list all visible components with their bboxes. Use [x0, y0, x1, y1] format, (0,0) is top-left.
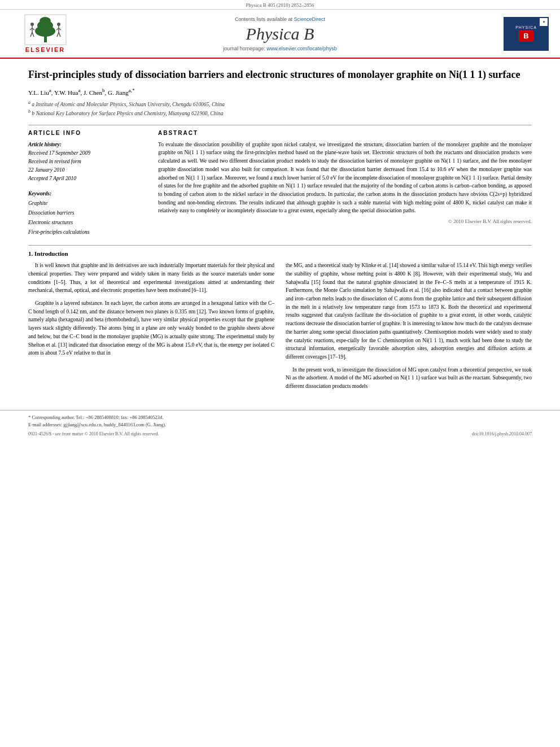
keywords-block: Keywords: Graphite Dissociation barriers… — [28, 189, 147, 237]
elsevier-logo-block: ELSEVIER — [11, 14, 79, 53]
svg-point-11 — [57, 23, 60, 26]
intro-body: It is well known that graphite and its d… — [28, 261, 532, 395]
main-content: First-principles study of dissociation b… — [0, 59, 560, 404]
svg-point-5 — [30, 23, 34, 26]
abstract-header: ABSTRACT — [158, 130, 532, 136]
divider-1 — [28, 125, 532, 125]
affiliation-2: b b National Key Laboratory for Surface … — [28, 108, 532, 117]
intro-col-left: It is well known that graphite and its d… — [28, 261, 274, 395]
footnote-email: E-mail addresses: gjjiang@scu.edu.cn, bu… — [28, 421, 532, 429]
footer-doi: doi:10.1016/j.physb.2010.04.007 — [472, 431, 532, 436]
article-title: First-principles study of dissociation b… — [28, 68, 532, 82]
affiliations-block: a a Institute of Atomic and Molecular Ph… — [28, 99, 532, 118]
keyword-2: Dissociation barriers — [28, 208, 147, 218]
intro-para-3: the MG, and a theoretical study by Klink… — [286, 261, 532, 361]
physica-b-badge: PHYSICA B ✦ — [481, 17, 549, 51]
history-label: Article history: — [28, 141, 147, 149]
article-info-col: ARTICLE INFO Article history: Received 1… — [28, 130, 147, 237]
footnote-star: * Corresponding author. Tel.: +86 288540… — [28, 414, 532, 421]
accepted-date: Accepted 7 April 2010 — [28, 174, 147, 183]
keywords-label: Keywords: — [28, 189, 147, 199]
elsevier-tree-icon — [24, 14, 67, 45]
journal-header: ELSEVIER Contents lists available at Sci… — [0, 10, 560, 59]
footer-issn: 0921-4526/$ - see front matter © 2010 El… — [28, 431, 159, 436]
intro-para-1: It is well known that graphite and its d… — [28, 261, 274, 295]
journal-homepage: journal homepage: www.elsevier.com/locat… — [79, 46, 481, 51]
divider-2 — [28, 245, 532, 246]
keyword-1: Graphite — [28, 199, 147, 208]
abstract-text: To evaluate the dissociation possibility… — [158, 141, 532, 215]
intro-title: 1. Introduction — [28, 250, 532, 257]
intro-para-4: In the present work, to investigate the … — [286, 366, 532, 391]
copyright-line: © 2010 Elsevier B.V. All rights reserved… — [158, 219, 532, 224]
received-date: Received 17 September 2009 — [28, 149, 147, 158]
article-info-abstract: ARTICLE INFO Article history: Received 1… — [28, 130, 532, 237]
sciencedirect-link[interactable]: ScienceDirect — [294, 16, 326, 22]
authors-line: Y.L. Liua, Y.W. Huaa, J. Chenb, G. Jiang… — [28, 88, 532, 96]
elsevier-wordmark: ELSEVIER — [25, 46, 65, 53]
homepage-url[interactable]: www.elsevier.com/locate/physb — [266, 46, 337, 51]
received-revised-label: Received in revised form — [28, 158, 147, 166]
article-info-header: ARTICLE INFO — [28, 130, 147, 136]
abstract-col: ABSTRACT To evaluate the dissociation po… — [158, 130, 532, 237]
intro-section: 1. Introduction It is well known that gr… — [28, 250, 532, 395]
journal-citation: Physica B 405 (2010) 2852–2856 — [246, 2, 314, 8]
article-history: Article history: Received 17 September 2… — [28, 141, 147, 184]
intro-col-right: the MG, and a theoretical study by Klink… — [286, 261, 532, 395]
page-footer: * Corresponding author. Tel.: +86 288540… — [0, 410, 560, 429]
keyword-3: Electronic structures — [28, 218, 147, 228]
keyword-4: First-principles calculations — [28, 228, 147, 237]
svg-point-4 — [40, 17, 51, 25]
affiliation-1: a a Institute of Atomic and Molecular Ph… — [28, 99, 532, 108]
journal-center-info: Contents lists available at ScienceDirec… — [79, 16, 481, 51]
top-bar: Physica B 405 (2010) 2852–2856 — [0, 0, 560, 10]
intro-para-2: Graphite is a layered substance. In each… — [28, 299, 274, 357]
received-revised-date: 22 January 2010 — [28, 166, 147, 174]
footer-bottom: 0921-4526/$ - see front matter © 2010 El… — [0, 431, 560, 445]
sciencedirect-notice: Contents lists available at ScienceDirec… — [79, 16, 481, 22]
journal-title: Physica B — [79, 24, 481, 43]
